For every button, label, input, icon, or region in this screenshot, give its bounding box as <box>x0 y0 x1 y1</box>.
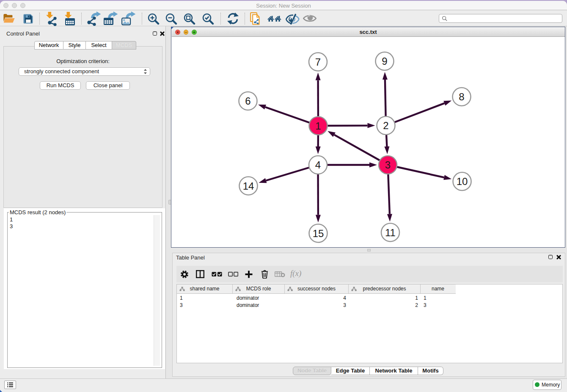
svg-text:8: 8 <box>459 91 464 102</box>
svg-text:1: 1 <box>315 120 321 132</box>
svg-text:10: 10 <box>456 176 468 187</box>
svg-text:9: 9 <box>382 55 387 67</box>
svg-text:3: 3 <box>385 159 390 171</box>
svg-text:11: 11 <box>385 227 396 238</box>
svg-text:2: 2 <box>383 120 388 131</box>
svg-text:7: 7 <box>315 56 320 68</box>
svg-text:6: 6 <box>245 95 250 107</box>
svg-text:15: 15 <box>312 228 324 239</box>
svg-text:4: 4 <box>315 159 320 171</box>
svg-text:14: 14 <box>242 180 254 192</box>
